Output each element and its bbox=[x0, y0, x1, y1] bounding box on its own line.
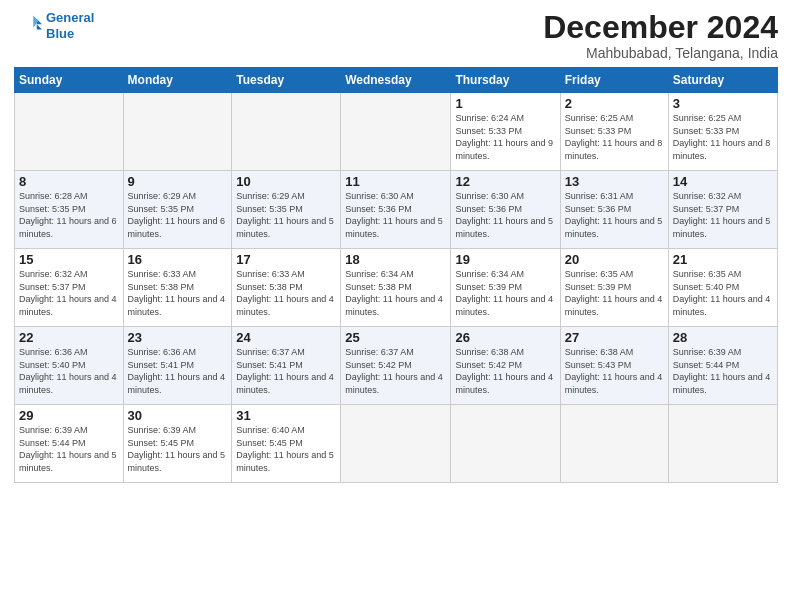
calendar-cell bbox=[232, 93, 341, 171]
day-number: 20 bbox=[565, 252, 664, 267]
calendar-cell bbox=[451, 405, 560, 483]
day-number: 15 bbox=[19, 252, 119, 267]
calendar-week-4: 22 Sunrise: 6:36 AMSunset: 5:40 PMDaylig… bbox=[15, 327, 778, 405]
col-friday: Friday bbox=[560, 68, 668, 93]
day-number: 9 bbox=[128, 174, 228, 189]
day-detail: Sunrise: 6:24 AMSunset: 5:33 PMDaylight:… bbox=[455, 113, 553, 161]
calendar-cell: 1 Sunrise: 6:24 AMSunset: 5:33 PMDayligh… bbox=[451, 93, 560, 171]
col-thursday: Thursday bbox=[451, 68, 560, 93]
month-title: December 2024 bbox=[543, 10, 778, 45]
day-number: 21 bbox=[673, 252, 773, 267]
day-detail: Sunrise: 6:25 AMSunset: 5:33 PMDaylight:… bbox=[673, 113, 771, 161]
calendar-cell: 8 Sunrise: 6:28 AMSunset: 5:35 PMDayligh… bbox=[15, 171, 124, 249]
day-number: 24 bbox=[236, 330, 336, 345]
calendar-cell: 3 Sunrise: 6:25 AMSunset: 5:33 PMDayligh… bbox=[668, 93, 777, 171]
day-number: 28 bbox=[673, 330, 773, 345]
calendar-week-2: 8 Sunrise: 6:28 AMSunset: 5:35 PMDayligh… bbox=[15, 171, 778, 249]
calendar-cell: 26 Sunrise: 6:38 AMSunset: 5:42 PMDaylig… bbox=[451, 327, 560, 405]
logo-line1: General bbox=[46, 10, 94, 25]
calendar-cell: 2 Sunrise: 6:25 AMSunset: 5:33 PMDayligh… bbox=[560, 93, 668, 171]
calendar-cell bbox=[15, 93, 124, 171]
calendar-cell: 25 Sunrise: 6:37 AMSunset: 5:42 PMDaylig… bbox=[341, 327, 451, 405]
calendar-cell: 19 Sunrise: 6:34 AMSunset: 5:39 PMDaylig… bbox=[451, 249, 560, 327]
day-number: 27 bbox=[565, 330, 664, 345]
col-saturday: Saturday bbox=[668, 68, 777, 93]
calendar-cell bbox=[560, 405, 668, 483]
day-number: 23 bbox=[128, 330, 228, 345]
day-number: 16 bbox=[128, 252, 228, 267]
day-detail: Sunrise: 6:34 AMSunset: 5:39 PMDaylight:… bbox=[455, 269, 553, 317]
calendar-cell bbox=[668, 405, 777, 483]
calendar-week-1: 1 Sunrise: 6:24 AMSunset: 5:33 PMDayligh… bbox=[15, 93, 778, 171]
day-detail: Sunrise: 6:30 AMSunset: 5:36 PMDaylight:… bbox=[455, 191, 553, 239]
title-block: December 2024 Mahbubabad, Telangana, Ind… bbox=[543, 10, 778, 61]
day-detail: Sunrise: 6:30 AMSunset: 5:36 PMDaylight:… bbox=[345, 191, 443, 239]
day-detail: Sunrise: 6:25 AMSunset: 5:33 PMDaylight:… bbox=[565, 113, 663, 161]
col-sunday: Sunday bbox=[15, 68, 124, 93]
calendar-cell: 21 Sunrise: 6:35 AMSunset: 5:40 PMDaylig… bbox=[668, 249, 777, 327]
day-number: 13 bbox=[565, 174, 664, 189]
day-detail: Sunrise: 6:36 AMSunset: 5:40 PMDaylight:… bbox=[19, 347, 117, 395]
calendar-cell: 20 Sunrise: 6:35 AMSunset: 5:39 PMDaylig… bbox=[560, 249, 668, 327]
logo: General Blue bbox=[14, 10, 94, 41]
day-number: 10 bbox=[236, 174, 336, 189]
day-detail: Sunrise: 6:32 AMSunset: 5:37 PMDaylight:… bbox=[19, 269, 117, 317]
calendar-cell: 27 Sunrise: 6:38 AMSunset: 5:43 PMDaylig… bbox=[560, 327, 668, 405]
day-detail: Sunrise: 6:37 AMSunset: 5:41 PMDaylight:… bbox=[236, 347, 334, 395]
day-number: 29 bbox=[19, 408, 119, 423]
day-detail: Sunrise: 6:39 AMSunset: 5:45 PMDaylight:… bbox=[128, 425, 226, 473]
day-detail: Sunrise: 6:35 AMSunset: 5:40 PMDaylight:… bbox=[673, 269, 771, 317]
logo-text: General Blue bbox=[46, 10, 94, 41]
day-number: 11 bbox=[345, 174, 446, 189]
day-detail: Sunrise: 6:31 AMSunset: 5:36 PMDaylight:… bbox=[565, 191, 663, 239]
day-detail: Sunrise: 6:29 AMSunset: 5:35 PMDaylight:… bbox=[236, 191, 334, 239]
day-number: 12 bbox=[455, 174, 555, 189]
day-number: 1 bbox=[455, 96, 555, 111]
header: General Blue December 2024 Mahbubabad, T… bbox=[14, 10, 778, 61]
day-detail: Sunrise: 6:39 AMSunset: 5:44 PMDaylight:… bbox=[673, 347, 771, 395]
day-detail: Sunrise: 6:29 AMSunset: 5:35 PMDaylight:… bbox=[128, 191, 226, 239]
day-detail: Sunrise: 6:35 AMSunset: 5:39 PMDaylight:… bbox=[565, 269, 663, 317]
calendar-cell: 15 Sunrise: 6:32 AMSunset: 5:37 PMDaylig… bbox=[15, 249, 124, 327]
col-wednesday: Wednesday bbox=[341, 68, 451, 93]
calendar-cell: 18 Sunrise: 6:34 AMSunset: 5:38 PMDaylig… bbox=[341, 249, 451, 327]
calendar-cell: 9 Sunrise: 6:29 AMSunset: 5:35 PMDayligh… bbox=[123, 171, 232, 249]
day-number: 14 bbox=[673, 174, 773, 189]
day-number: 3 bbox=[673, 96, 773, 111]
day-number: 31 bbox=[236, 408, 336, 423]
calendar-week-3: 15 Sunrise: 6:32 AMSunset: 5:37 PMDaylig… bbox=[15, 249, 778, 327]
calendar-cell: 17 Sunrise: 6:33 AMSunset: 5:38 PMDaylig… bbox=[232, 249, 341, 327]
logo-icon bbox=[14, 12, 42, 40]
calendar-table: Sunday Monday Tuesday Wednesday Thursday… bbox=[14, 67, 778, 483]
day-detail: Sunrise: 6:33 AMSunset: 5:38 PMDaylight:… bbox=[128, 269, 226, 317]
day-detail: Sunrise: 6:38 AMSunset: 5:43 PMDaylight:… bbox=[565, 347, 663, 395]
day-number: 22 bbox=[19, 330, 119, 345]
calendar-cell bbox=[341, 405, 451, 483]
calendar-cell: 22 Sunrise: 6:36 AMSunset: 5:40 PMDaylig… bbox=[15, 327, 124, 405]
calendar-cell: 16 Sunrise: 6:33 AMSunset: 5:38 PMDaylig… bbox=[123, 249, 232, 327]
day-number: 8 bbox=[19, 174, 119, 189]
day-detail: Sunrise: 6:40 AMSunset: 5:45 PMDaylight:… bbox=[236, 425, 334, 473]
calendar-cell: 13 Sunrise: 6:31 AMSunset: 5:36 PMDaylig… bbox=[560, 171, 668, 249]
day-detail: Sunrise: 6:34 AMSunset: 5:38 PMDaylight:… bbox=[345, 269, 443, 317]
logo-line2: Blue bbox=[46, 26, 74, 41]
calendar-cell: 28 Sunrise: 6:39 AMSunset: 5:44 PMDaylig… bbox=[668, 327, 777, 405]
calendar-cell: 31 Sunrise: 6:40 AMSunset: 5:45 PMDaylig… bbox=[232, 405, 341, 483]
day-number: 30 bbox=[128, 408, 228, 423]
calendar-cell bbox=[123, 93, 232, 171]
day-detail: Sunrise: 6:33 AMSunset: 5:38 PMDaylight:… bbox=[236, 269, 334, 317]
day-number: 18 bbox=[345, 252, 446, 267]
calendar-cell: 11 Sunrise: 6:30 AMSunset: 5:36 PMDaylig… bbox=[341, 171, 451, 249]
calendar-cell: 12 Sunrise: 6:30 AMSunset: 5:36 PMDaylig… bbox=[451, 171, 560, 249]
day-number: 2 bbox=[565, 96, 664, 111]
day-detail: Sunrise: 6:37 AMSunset: 5:42 PMDaylight:… bbox=[345, 347, 443, 395]
location: Mahbubabad, Telangana, India bbox=[543, 45, 778, 61]
calendar-cell: 29 Sunrise: 6:39 AMSunset: 5:44 PMDaylig… bbox=[15, 405, 124, 483]
day-number: 26 bbox=[455, 330, 555, 345]
calendar-cell: 23 Sunrise: 6:36 AMSunset: 5:41 PMDaylig… bbox=[123, 327, 232, 405]
header-row: Sunday Monday Tuesday Wednesday Thursday… bbox=[15, 68, 778, 93]
calendar-cell: 24 Sunrise: 6:37 AMSunset: 5:41 PMDaylig… bbox=[232, 327, 341, 405]
day-detail: Sunrise: 6:28 AMSunset: 5:35 PMDaylight:… bbox=[19, 191, 117, 239]
page-container: General Blue December 2024 Mahbubabad, T… bbox=[0, 0, 792, 491]
day-detail: Sunrise: 6:32 AMSunset: 5:37 PMDaylight:… bbox=[673, 191, 771, 239]
